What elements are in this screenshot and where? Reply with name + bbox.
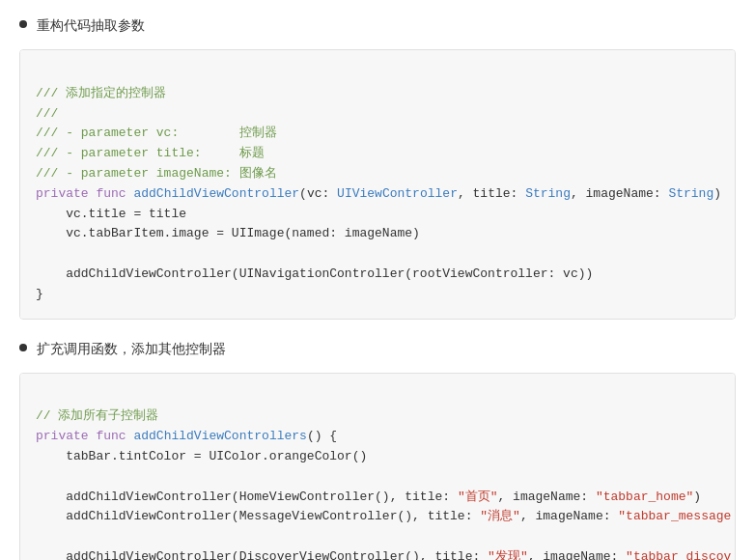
code-string: "消息" xyxy=(480,509,520,523)
bullet-item-2: 扩充调用函数，添加其他控制器 xyxy=(19,339,736,359)
code-keyword: func xyxy=(96,186,126,201)
code-comment: /// - parameter title: 标题 xyxy=(36,146,265,160)
code-comment: /// - parameter vc: 控制器 xyxy=(36,126,277,140)
bullet-text-2: 扩充调用函数，添加其他控制器 xyxy=(37,339,226,359)
code-keyword: private xyxy=(36,186,89,201)
code-comment: /// 添加指定的控制器 xyxy=(36,86,166,100)
code-type: String xyxy=(668,186,713,201)
code-string: "tabbar_discov xyxy=(626,549,731,560)
code-keyword: private xyxy=(36,429,89,443)
code-keyword: func xyxy=(96,429,126,443)
bullet-dot-2 xyxy=(19,344,27,351)
code-string: "tabbar_message xyxy=(618,509,731,523)
code-string: "tabbar_home" xyxy=(596,490,693,504)
code-comment: /// - parameter imageName: 图像名 xyxy=(36,166,277,181)
code-type: UIViewController xyxy=(337,186,458,201)
bullet-dot-1 xyxy=(19,20,27,28)
code-string: "首页" xyxy=(458,490,498,504)
code-block-2: // 添加所有子控制器 private func addChildViewCon… xyxy=(19,373,736,560)
bullet-item-1: 重构代码抽取参数 xyxy=(19,15,736,36)
bullet-text-1: 重构代码抽取参数 xyxy=(37,15,145,36)
code-string: "发现" xyxy=(488,549,528,560)
section-2: 扩充调用函数，添加其他控制器 // 添加所有子控制器 private func … xyxy=(19,339,736,560)
page-container: 重构代码抽取参数 /// 添加指定的控制器 /// /// - paramete… xyxy=(0,0,755,560)
code-function: addChildViewControllers xyxy=(133,429,306,443)
code-comment: /// xyxy=(36,106,58,121)
code-block-1: /// 添加指定的控制器 /// /// - parameter vc: 控制器… xyxy=(19,49,736,320)
code-comment: // 添加所有子控制器 xyxy=(36,408,158,423)
code-type: String xyxy=(525,186,571,201)
code-function: addChildViewController xyxy=(133,186,299,201)
section-1: 重构代码抽取参数 /// 添加指定的控制器 /// /// - paramete… xyxy=(19,15,736,320)
